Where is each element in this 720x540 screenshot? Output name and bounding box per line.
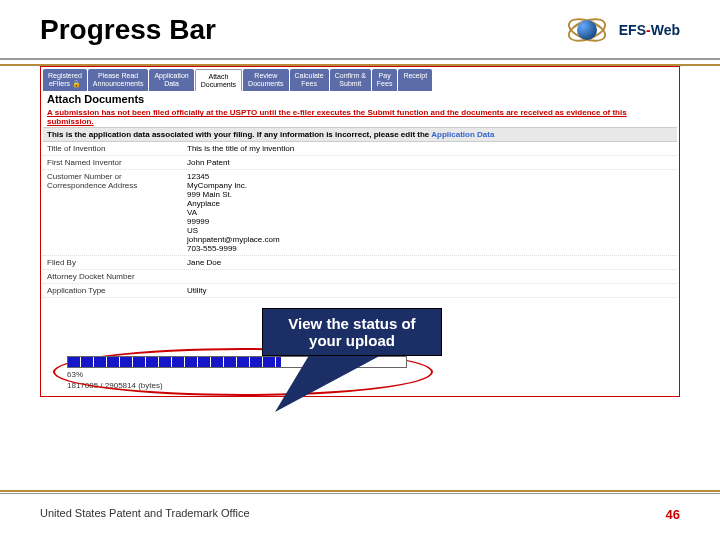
tab-1[interactable]: Please Read Announcements [88, 69, 149, 91]
tab-7[interactable]: Pay Fees [372, 69, 398, 91]
field-value: Utility [187, 286, 207, 295]
tab-4[interactable]: Review Documents [243, 69, 288, 91]
tab-8[interactable]: Receipt [398, 69, 432, 91]
field-label: Attorney Docket Number [47, 272, 187, 281]
field-label: Title of Invention [47, 144, 187, 153]
tab-5[interactable]: Calculate Fees [290, 69, 329, 91]
submission-warning: A submission has not been filed official… [43, 107, 677, 127]
tab-bar: Registered eFilers 🔒Please Read Announce… [43, 69, 677, 91]
globe-rings-icon [565, 10, 613, 50]
field-label: Application Type [47, 286, 187, 295]
logo-text: EFS-Web [619, 22, 680, 38]
field-label: Filed By [47, 258, 187, 267]
footer-text: United States Patent and Trademark Offic… [40, 507, 250, 522]
tab-2[interactable]: Application Data [149, 69, 193, 91]
tab-0[interactable]: Registered eFilers 🔒 [43, 69, 87, 91]
field-value: Jane Doe [187, 258, 221, 267]
field-row: Filed ByJane Doe [43, 256, 677, 270]
page-number: 46 [666, 507, 680, 522]
field-label: Customer Number or Correspondence Addres… [47, 172, 187, 253]
field-value: John Patent [187, 158, 230, 167]
section-heading: Attach Documents [43, 91, 677, 107]
field-row: Attorney Docket Number [43, 270, 677, 284]
progress-bar-fill [68, 357, 281, 367]
tab-6[interactable]: Confirm & Submit [330, 69, 371, 91]
field-value: 12345 MyCompany Inc. 999 Main St. Anypla… [187, 172, 280, 253]
field-row: Title of InventionThis is the title of m… [43, 142, 677, 156]
field-row: First Named InventorJohn Patent [43, 156, 677, 170]
callout-box: View the status of your upload [262, 308, 442, 356]
application-data-link[interactable]: Application Data [431, 130, 494, 139]
tab-3[interactable]: Attach Documents [195, 69, 242, 91]
field-row: Application TypeUtility [43, 284, 677, 298]
field-value: This is the title of my invention [187, 144, 294, 153]
efs-web-logo: EFS-Web [565, 10, 680, 50]
info-bar: This is the application data associated … [43, 127, 677, 142]
field-label: First Named Inventor [47, 158, 187, 167]
field-row: Customer Number or Correspondence Addres… [43, 170, 677, 256]
page-title: Progress Bar [40, 14, 216, 46]
